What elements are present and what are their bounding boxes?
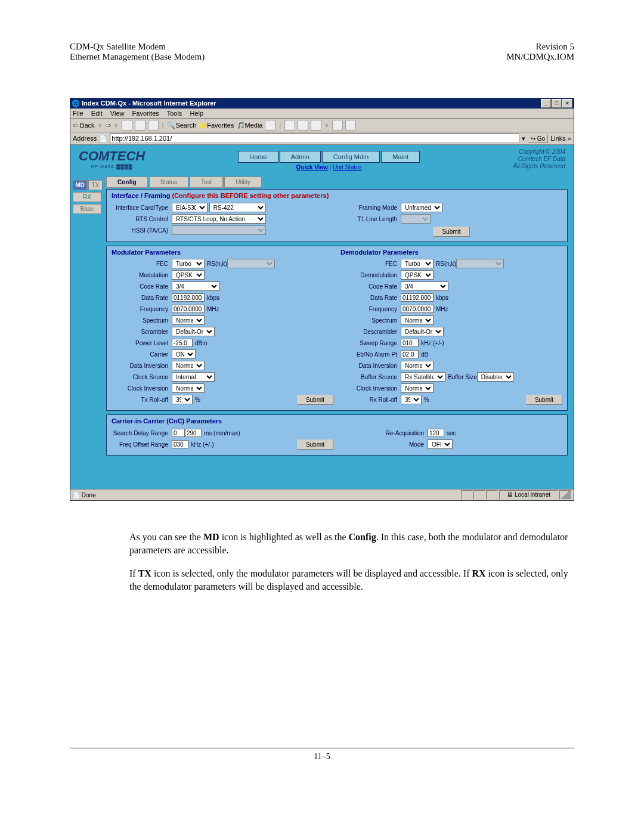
if-card-select[interactable]: EIA-530 [172, 203, 208, 212]
dem-sweeprange[interactable] [401, 339, 419, 347]
dem-clockinv[interactable]: Normal [401, 383, 434, 393]
if-framing-select[interactable]: Unframed [401, 203, 442, 212]
tab-config[interactable]: Config [106, 176, 148, 188]
side-tx[interactable]: TX [88, 180, 103, 190]
menu-file[interactable]: File [73, 110, 83, 117]
status-text: Done [82, 492, 96, 498]
mod-carrier[interactable]: ON [172, 349, 196, 359]
links-menu[interactable]: Links » [550, 135, 571, 142]
if-submit-button[interactable]: Submit [433, 227, 469, 237]
forward-button[interactable]: ⇨ [106, 122, 111, 129]
dem-buffersize[interactable]: Disabled [477, 372, 514, 382]
dem-demod[interactable]: QPSK [401, 270, 434, 280]
mod-clockinv[interactable]: Normal [172, 383, 205, 393]
window-title: Index CDM-Qx - Microsoft Internet Explor… [82, 100, 216, 107]
menu-favorites[interactable]: Favorites [132, 110, 159, 117]
resize-grip-icon[interactable] [559, 490, 571, 500]
panel-params: Modulator Parameters FECTurboRS(n,k) Mod… [106, 246, 568, 411]
dem-ebno[interactable] [401, 350, 419, 358]
minimize-icon[interactable]: _ [541, 99, 551, 108]
if-t1-label: T1 Line Length [340, 216, 401, 222]
nav-admin[interactable]: Admin [280, 151, 321, 163]
side-rx[interactable]: RX [73, 192, 101, 202]
mod-modulation[interactable]: QPSK [172, 270, 205, 280]
mod-coderate[interactable]: 3/4 [172, 281, 219, 291]
intranet-icon: 🖥 [507, 491, 513, 498]
dem-descrambler[interactable]: Default-On [401, 327, 444, 336]
mod-submit-button[interactable]: Submit [297, 395, 333, 405]
side-base[interactable]: Base [73, 204, 101, 214]
sub-nav: Quick View | Unit Status [238, 163, 420, 175]
history-icon[interactable] [265, 120, 275, 131]
modulator-col: Modulator Parameters FECTurboRS(n,k) Mod… [112, 249, 333, 405]
page-number: 11–5 [314, 752, 330, 761]
mod-clocksource[interactable]: Internal [172, 372, 215, 382]
tab-test[interactable]: Test [190, 176, 223, 188]
menu-edit[interactable]: Edit [91, 110, 103, 117]
cnc-sdr-max[interactable] [185, 429, 202, 437]
media-button[interactable]: 🎵Media [237, 122, 263, 129]
dem-submit-button[interactable]: Submit [526, 395, 562, 405]
ie-icon: 🌐 [72, 100, 80, 107]
page-footer: 11–5 [70, 748, 574, 761]
mod-datainv[interactable]: Normal [172, 361, 205, 370]
go-button[interactable]: ↪ Go [528, 134, 548, 143]
home-icon[interactable] [148, 120, 159, 131]
address-bar: Address 📄 ▾ ↪ Go Links » [70, 132, 574, 145]
menu-help[interactable]: Help [190, 110, 203, 117]
cnc-submit-button[interactable]: Submit [297, 439, 333, 450]
discuss-icon[interactable] [332, 120, 343, 131]
if-framing-label: Framing Mode [340, 205, 401, 211]
nav-maint[interactable]: Maint [381, 151, 420, 163]
cnc-mode[interactable]: OFF [428, 439, 453, 449]
edit-icon[interactable] [311, 120, 321, 131]
refresh-icon[interactable] [135, 120, 145, 131]
dem-rolloff[interactable]: 35 [401, 395, 422, 404]
nav-home[interactable]: Home [238, 151, 278, 163]
maximize-icon[interactable]: □ [552, 99, 562, 108]
dem-buffersource[interactable]: Rx Satellite [401, 372, 445, 382]
menu-view[interactable]: View [110, 110, 125, 117]
print-icon[interactable] [298, 120, 308, 131]
dem-coderate[interactable]: 3/4 [401, 281, 448, 291]
subnav-unitstatus[interactable]: Unit Status [333, 164, 362, 171]
menu-tools[interactable]: Tools [167, 110, 182, 117]
mod-datarate[interactable] [172, 293, 205, 302]
cnc-for[interactable] [172, 440, 188, 448]
doc-title-2: Ethernet Management (Base Modem) [70, 52, 205, 62]
research-icon[interactable] [345, 120, 356, 131]
panel-interface: Interface / Framing (Configure this BEFO… [106, 189, 568, 242]
address-label: Address [73, 135, 97, 142]
tab-utility[interactable]: Utility [224, 176, 261, 188]
subnav-quickview[interactable]: Quick View [296, 164, 328, 171]
nav-config-mdm[interactable]: Config Mdm [322, 151, 380, 163]
favorites-button[interactable]: ⭐Favorites [199, 122, 234, 129]
mod-powerlevel[interactable] [172, 339, 193, 347]
dem-datainv[interactable]: Normal [401, 361, 434, 370]
app-content: COMTECH EF DATA ▓▓▓▓ Home Admin Config M… [70, 145, 574, 489]
if-rts-select[interactable]: RTS/CTS Loop, No Action [172, 214, 266, 224]
dem-spectrum[interactable]: Normal [401, 315, 434, 325]
tab-status[interactable]: Status [149, 176, 188, 188]
mod-frequency[interactable] [172, 305, 205, 313]
mail-icon[interactable] [284, 120, 295, 131]
back-button[interactable]: ⇦ Back [73, 122, 95, 129]
cnc-sdr-min[interactable] [172, 429, 185, 437]
url-dropdown-icon[interactable]: ▾ [522, 135, 525, 143]
dem-frequency[interactable] [401, 305, 434, 313]
mod-fec[interactable]: Turbo [172, 259, 205, 268]
close-icon[interactable]: × [562, 99, 572, 108]
dem-fec[interactable]: Turbo [401, 259, 434, 268]
stop-icon[interactable] [122, 120, 132, 131]
window-titlebar: 🌐 Index CDM-Qx - Microsoft Internet Expl… [70, 98, 574, 109]
url-input[interactable] [110, 134, 519, 143]
mod-rolloff[interactable]: 35 [172, 395, 193, 404]
menu-bar: File Edit View Favorites Tools Help [70, 109, 574, 119]
mod-scrambler[interactable]: Default-On [172, 327, 215, 336]
mod-spectrum[interactable]: Normal [172, 315, 205, 325]
dem-datarate[interactable] [401, 293, 434, 302]
cnc-reacq[interactable] [428, 429, 444, 437]
side-md[interactable]: MD [73, 180, 87, 190]
if-type-select[interactable]: RS-422 [209, 203, 266, 212]
search-button[interactable]: 🔍Search [167, 122, 196, 129]
